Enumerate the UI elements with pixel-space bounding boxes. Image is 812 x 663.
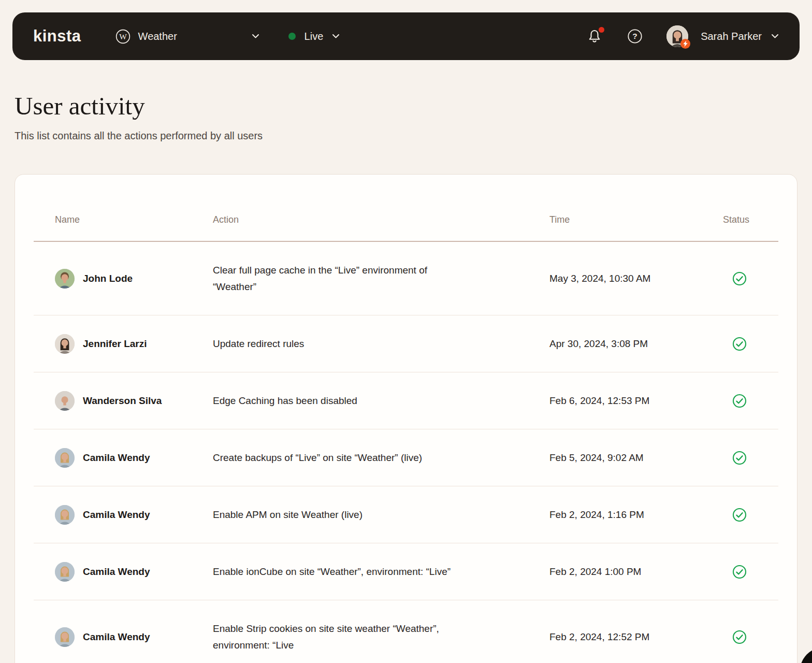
chevron-down-icon [332,34,340,39]
name-cell: Wanderson Silva [55,391,213,411]
kinsta-logo: kinsta [33,27,81,46]
avatar [55,505,75,525]
user-name-label: Sarah Parker [701,31,762,42]
notifications-button[interactable] [587,28,602,44]
wordpress-icon: W [115,29,130,44]
status-success-icon [732,271,747,286]
status-success-icon [732,394,747,408]
live-status-dot [288,33,296,40]
time-text: Feb 2, 2024 1:00 PM [549,566,723,578]
user-name: Camila Wendy [83,631,150,643]
table-row: John Lode Clear full page cache in the “… [34,242,778,315]
column-header-action: Action [213,214,549,225]
column-header-name: Name [55,214,213,225]
user-activity-card: Name Action Time Status John Lode Clear … [15,174,798,663]
lightning-badge-icon [680,39,690,49]
status-cell [723,394,778,408]
action-text: Create backups of “Live” on site “Weathe… [213,450,549,466]
name-cell: Jennifer Larzi [55,334,213,354]
table-row: Wanderson Silva Edge Caching has been di… [34,372,778,429]
user-name: John Lode [83,273,133,284]
page-title: User activity [15,91,798,121]
avatar [55,269,75,289]
time-text: Feb 2, 2024, 1:16 PM [549,509,723,521]
chevron-down-icon [252,34,259,39]
avatar [55,334,75,354]
svg-text:?: ? [632,32,637,40]
avatar [55,627,75,647]
time-text: May 3, 2024, 10:30 AM [549,273,723,284]
action-text: Edge Caching has been disabled [213,393,549,409]
avatar [55,562,75,582]
status-cell [723,630,778,644]
action-text: Enable ionCube on site “Weather”, enviro… [213,564,549,580]
navbar-right-group: ? Sarah Parker [587,25,779,47]
column-header-time: Time [549,214,723,225]
environment-selector-dropdown[interactable]: Live [288,31,340,42]
user-menu-dropdown[interactable]: Sarah Parker [666,25,779,47]
user-avatar [666,25,688,47]
chevron-down-icon [771,34,779,39]
action-text: Update redirect rules [213,336,549,352]
action-text: Enable APM on site Weather (live) [213,507,549,523]
table-row: Camila Wendy Enable ionCube on site “Wea… [34,543,778,600]
name-cell: Camila Wendy [55,448,213,468]
time-text: Feb 6, 2024, 12:53 PM [549,395,723,407]
status-success-icon [732,337,747,351]
table-header-row: Name Action Time Status [34,175,778,242]
chat-widget-button[interactable] [800,647,812,663]
table-row: Camila Wendy Enable APM on site Weather … [34,486,778,543]
status-cell [723,508,778,522]
action-text: Enable Strip cookies on site site weathe… [213,621,549,654]
avatar [55,448,75,468]
page-subtitle: This list contains all the actions perfo… [15,130,798,142]
table-row: Jennifer Larzi Update redirect rules Apr… [34,315,778,372]
name-cell: Camila Wendy [55,505,213,525]
help-button[interactable]: ? [627,28,643,44]
column-header-status: Status [723,214,778,225]
environment-label: Live [304,31,324,42]
status-cell [723,565,778,579]
time-text: Apr 30, 2024, 3:08 PM [549,338,723,350]
status-cell [723,271,778,286]
svg-text:W: W [119,32,127,41]
status-success-icon [732,451,747,465]
status-success-icon [732,630,747,644]
name-cell: Camila Wendy [55,562,213,582]
top-navbar: kinsta W Weather Live [12,12,800,60]
user-name: Camila Wendy [83,452,150,464]
status-success-icon [732,565,747,579]
user-name: Wanderson Silva [83,395,162,407]
user-name: Jennifer Larzi [83,338,147,350]
name-cell: Camila Wendy [55,627,213,647]
action-text: Clear full page cache in the “Live” envi… [213,262,549,295]
status-cell [723,451,778,465]
user-name: Camila Wendy [83,566,150,578]
notification-badge [599,27,604,33]
status-success-icon [732,508,747,522]
help-icon: ? [627,28,643,44]
table-body: John Lode Clear full page cache in the “… [34,242,778,663]
site-selector-label: Weather [138,31,177,42]
status-cell [723,337,778,351]
avatar [55,391,75,411]
user-activity-table: Name Action Time Status John Lode Clear … [34,175,778,663]
table-row: Camila Wendy Enable Strip cookies on sit… [34,600,778,663]
table-row: Camila Wendy Create backups of “Live” on… [34,429,778,486]
time-text: Feb 5, 2024, 9:02 AM [549,452,723,464]
name-cell: John Lode [55,269,213,289]
user-name: Camila Wendy [83,509,150,521]
site-selector-dropdown[interactable]: W Weather [115,29,259,44]
time-text: Feb 2, 2024, 12:52 PM [549,631,723,643]
